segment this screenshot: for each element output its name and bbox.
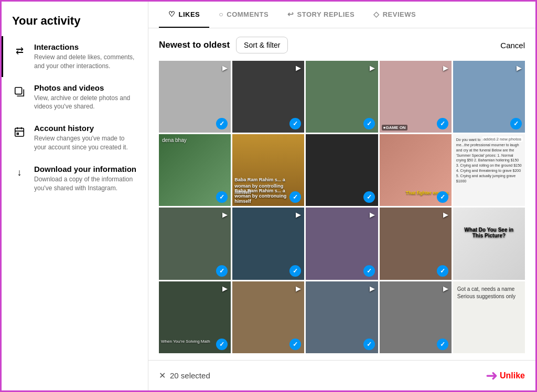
- check-badge: ✓: [289, 118, 301, 129]
- account-history-icon: [12, 125, 27, 139]
- bottom-bar: ✕ 20 selected ➜ Unlike: [148, 360, 535, 390]
- media-cell[interactable]: ▶✓: [380, 281, 452, 353]
- selected-count: 20 selected: [170, 371, 210, 380]
- sort-filter-button[interactable]: Sort & filter: [236, 37, 288, 53]
- svg-rect-2: [17, 133, 18, 135]
- account-history-desc: Review changes you've made to your accou…: [34, 134, 137, 152]
- sidebar-item-account-history[interactable]: Account history Review changes you've ma…: [2, 117, 148, 158]
- cancel-button[interactable]: Cancel: [500, 41, 525, 50]
- account-history-label: Account history: [34, 124, 137, 133]
- check-badge: ✓: [437, 339, 448, 350]
- svg-rect-0: [15, 87, 22, 94]
- main-content: ♡ LIKES ○ COMMENTS ↩ STORY REPLIES ◇ REV…: [148, 2, 535, 390]
- arrow-right-icon: ➜: [486, 367, 498, 384]
- media-cell[interactable]: ▶✓When You're Solving Math: [159, 281, 231, 353]
- content-header: Newest to oldest Sort & filter Cancel: [159, 37, 525, 53]
- photos-videos-label: Photos and videos: [34, 83, 137, 92]
- check-badge: ✓: [510, 118, 522, 129]
- tab-comments[interactable]: ○ COMMENTS: [209, 2, 278, 28]
- video-icon: ▶: [443, 285, 448, 292]
- tab-likes[interactable]: ♡ LIKES: [159, 2, 209, 28]
- photos-videos-icon: [12, 84, 27, 99]
- media-cell[interactable]: ▶✓: [232, 208, 304, 279]
- reply-icon: ↩: [287, 10, 294, 18]
- selected-info: ✕ 20 selected: [159, 371, 210, 380]
- sidebar-item-download[interactable]: ↓ Download your information Download a c…: [2, 158, 148, 199]
- video-icon: ▶: [296, 211, 301, 219]
- sidebar-item-interactions[interactable]: ⇄ Interactions Review and delete likes, …: [2, 36, 148, 77]
- video-icon: ▶: [296, 285, 301, 292]
- interactions-icon: ⇄: [12, 43, 27, 58]
- media-cell[interactable]: ▶✓: [306, 281, 378, 353]
- check-badge: ✓: [363, 118, 375, 129]
- comment-icon: ○: [219, 10, 223, 18]
- tab-bar: ♡ LIKES ○ COMMENTS ↩ STORY REPLIES ◇ REV…: [148, 2, 535, 28]
- check-badge: ✓: [216, 118, 228, 129]
- video-icon: ▶: [443, 211, 448, 219]
- media-cell[interactable]: Got a cat, needs a name Serious suggesti…: [453, 281, 525, 353]
- media-cell[interactable]: ▶✓: [232, 61, 304, 133]
- check-badge: ✓: [437, 265, 448, 277]
- media-cell[interactable]: ▶✓: [306, 208, 378, 279]
- media-cell[interactable]: ▶✓: [453, 61, 525, 133]
- video-icon: ▶: [222, 64, 228, 72]
- interactions-desc: Review and delete likes, comments, and y…: [34, 53, 137, 71]
- check-badge: ✓: [437, 118, 448, 129]
- video-icon: ▶: [443, 64, 448, 72]
- check-badge: ✓: [216, 191, 228, 203]
- media-cell[interactable]: What Do You See in This Picture?: [453, 208, 525, 279]
- media-cell[interactable]: ✓: [306, 134, 378, 206]
- check-badge: ✓: [289, 265, 301, 277]
- sort-label: Newest to oldest: [159, 40, 230, 50]
- check-badge: ✓: [216, 339, 228, 350]
- media-cell[interactable]: ▶✓: [159, 61, 231, 133]
- video-icon: ▶: [370, 211, 375, 219]
- clear-icon[interactable]: ✕: [159, 371, 166, 380]
- unlike-section: ➜ Unlike: [486, 367, 525, 384]
- video-icon: ▶: [370, 285, 375, 292]
- check-badge: ✓: [216, 265, 228, 277]
- tab-story-replies[interactable]: ↩ STORY REPLIES: [278, 2, 364, 28]
- svg-rect-1: [15, 128, 24, 137]
- download-label: Download your information: [34, 165, 137, 173]
- video-icon: ▶: [296, 64, 301, 72]
- heart-icon: ♡: [168, 10, 176, 18]
- check-badge: ✓: [363, 191, 375, 203]
- media-cell[interactable]: ▶✓●GAME ON: [380, 61, 452, 133]
- tab-reviews[interactable]: ◇ REVIEWS: [364, 2, 425, 28]
- check-badge: ✓: [289, 339, 301, 350]
- media-cell[interactable]: dena bhay✓: [159, 134, 231, 206]
- interactions-label: Interactions: [34, 42, 137, 51]
- media-grid: ▶✓▶✓▶✓▶✓●GAME ON▶✓dena bhay✓Baba Ram Rah…: [159, 61, 525, 353]
- download-desc: Download a copy of the information you'v…: [34, 175, 137, 193]
- check-badge: ✓: [289, 191, 301, 203]
- media-cell[interactable]: ▶✓: [232, 281, 304, 353]
- check-badge: ✓: [363, 265, 375, 277]
- content-area: Newest to oldest Sort & filter Cancel ▶✓…: [148, 28, 535, 360]
- media-cell[interactable]: ▶✓: [380, 208, 452, 279]
- video-icon: ▶: [222, 285, 228, 292]
- media-cell[interactable]: That fighter energy.✓: [380, 134, 452, 206]
- check-badge: ✓: [363, 339, 375, 350]
- sidebar-item-photos-videos[interactable]: Photos and videos View, archive or delet…: [2, 77, 148, 118]
- video-icon: ▶: [222, 211, 228, 219]
- check-badge: ✓: [437, 191, 448, 203]
- unlike-button[interactable]: Unlike: [500, 371, 525, 380]
- video-icon: ▶: [517, 64, 522, 72]
- sidebar: Your activity ⇄ Interactions Review and …: [2, 2, 148, 390]
- media-cell[interactable]: ▶✓: [159, 208, 231, 279]
- download-icon: ↓: [12, 166, 27, 180]
- media-cell[interactable]: Baba Ram Rahim s... a woman by contronui…: [232, 134, 304, 206]
- sidebar-title: Your activity: [2, 10, 148, 36]
- media-cell[interactable]: ▶✓: [306, 61, 378, 133]
- video-icon: ▶: [370, 64, 375, 72]
- reviews-icon: ◇: [373, 10, 380, 18]
- photos-videos-desc: View, archive or delete photos and video…: [34, 94, 137, 112]
- media-cell[interactable]: Do you want to boost your funeral? Hire …: [453, 134, 525, 206]
